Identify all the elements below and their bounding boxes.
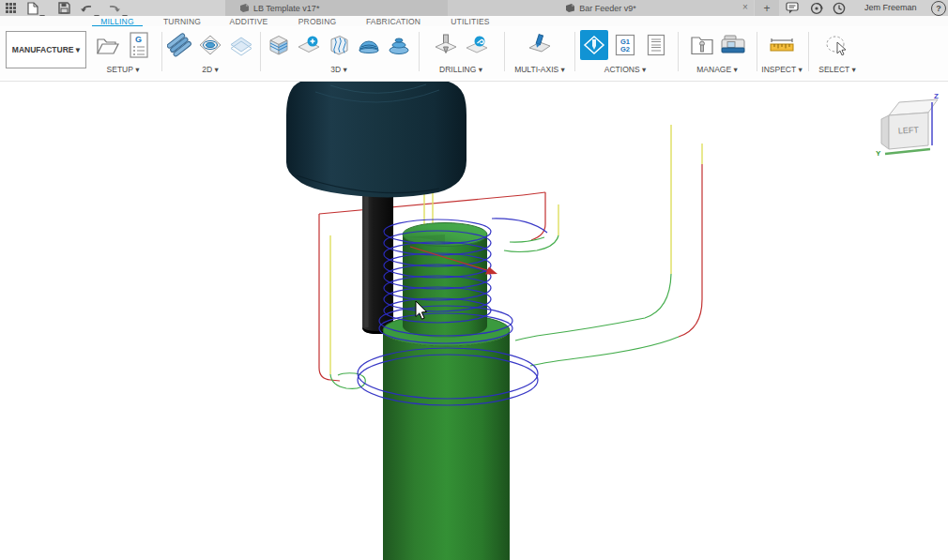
toolbar-group-inspect: INSPECT ▾ <box>759 26 804 79</box>
toolbar: MANUFACTURE ▾ G SETUP ▾ <box>0 26 948 80</box>
view-cube-side-face[interactable] <box>881 115 889 149</box>
view-cube-top-face[interactable] <box>889 99 938 115</box>
simulate-icon[interactable] <box>580 30 608 60</box>
tab-probing[interactable]: PROBING <box>293 16 342 26</box>
group-label-inspect[interactable]: INSPECT ▾ <box>759 65 804 74</box>
tool-holder[interactable] <box>286 82 466 197</box>
recent-clock-icon[interactable] <box>832 1 847 15</box>
tab-milling[interactable]: MILLING <box>92 16 143 26</box>
toolbar-group-2d: 2D ▾ <box>165 26 255 79</box>
redo-icon[interactable] <box>107 1 122 15</box>
group-label-actions[interactable]: ACTIONS ▾ <box>576 65 674 74</box>
z-axis-label: Z <box>934 92 939 100</box>
group-label-drilling[interactable]: DRILLING ▾ <box>424 65 497 74</box>
toolbar-group-manage: MANAGE ▾ <box>681 26 753 79</box>
group-label-select[interactable]: SELECT ▾ <box>813 65 862 74</box>
3d-adaptive-icon[interactable] <box>265 30 293 60</box>
save-icon[interactable] <box>56 1 71 15</box>
y-axis-line <box>885 149 930 154</box>
fusion360-manufacture-window: { "titlebar": { "tabs": [ {"label": "LB … <box>0 0 948 560</box>
job-status-icon[interactable] <box>809 1 824 15</box>
group-label-3d[interactable]: 3D ▾ <box>265 65 413 74</box>
y-axis-label: Y <box>876 149 881 158</box>
document-icon <box>565 3 575 13</box>
document-tab-label: LB Template v17* <box>253 4 319 13</box>
toolbar-group-drilling: DRILLING ▾ <box>424 26 497 79</box>
nc-g-letter: G <box>135 35 142 44</box>
2d-adaptive-icon[interactable] <box>165 30 193 60</box>
view-cube-face-label[interactable]: LEFT <box>898 125 920 135</box>
document-tab-label: Bar Feeder v9* <box>579 4 636 13</box>
user-menu[interactable]: Jem Freeman <box>864 3 917 12</box>
viewport-canvas[interactable]: LEFT Z Y <box>0 81 948 560</box>
milling-scene <box>0 82 948 560</box>
new-setup-icon[interactable] <box>94 30 122 60</box>
undo-icon[interactable] <box>79 1 94 15</box>
3d-pocket-icon[interactable] <box>295 30 323 60</box>
post-process-icon[interactable]: G1 G2 <box>611 30 639 60</box>
drill-icon[interactable] <box>432 30 460 60</box>
toolbar-group-multiaxis: MULTI-AXIS ▾ <box>509 26 571 79</box>
document-tab-bar-feeder[interactable]: Bar Feeder v9* × <box>448 0 754 16</box>
drill-wrench-icon[interactable] <box>463 30 491 60</box>
tool-library-icon[interactable] <box>688 30 716 60</box>
view-cube[interactable]: LEFT Z Y <box>869 87 948 166</box>
document-tab-lb-template[interactable]: LB Template v17* × <box>225 0 448 16</box>
help-icon[interactable]: ? <box>931 1 946 16</box>
comments-icon[interactable] <box>785 1 800 15</box>
group-label-manage[interactable]: MANAGE ▾ <box>681 65 753 74</box>
ribbon-tab-row: MILLING TURNING ADDITIVE PROBING FABRICA… <box>0 16 948 26</box>
document-icon <box>239 3 250 13</box>
3d-steep-shallow-icon[interactable] <box>325 30 353 60</box>
2d-contour-icon[interactable] <box>227 30 255 60</box>
file-icon[interactable] <box>25 1 40 15</box>
toolbar-group-select: SELECT ▾ <box>813 26 862 79</box>
measure-icon[interactable] <box>768 30 796 60</box>
tab-additive[interactable]: ADDITIVE <box>223 16 274 26</box>
tab-turning[interactable]: TURNING <box>156 16 208 26</box>
group-label-setup[interactable]: SETUP ▾ <box>92 65 154 74</box>
workspace-selector-button[interactable]: MANUFACTURE ▾ <box>6 31 86 68</box>
tool-shank[interactable] <box>362 181 393 334</box>
toolbar-group-3d: 3D ▾ <box>265 26 413 79</box>
group-label-multiaxis[interactable]: MULTI-AXIS ▾ <box>509 65 571 74</box>
nc-program-icon[interactable]: G <box>125 30 153 60</box>
multi-axis-icon[interactable] <box>526 30 554 60</box>
3d-spiral-icon[interactable] <box>385 30 413 60</box>
setup-sheet-icon[interactable] <box>642 30 670 60</box>
close-tab-icon[interactable]: × <box>742 2 748 13</box>
machine-library-icon[interactable] <box>719 30 747 60</box>
group-label-2d[interactable]: 2D ▾ <box>165 65 255 74</box>
toolbar-group-actions: G1 G2 ACTIONS ▾ <box>576 26 674 79</box>
toolbar-group-setup: G SETUP ▾ <box>92 26 154 79</box>
2d-pocket-icon[interactable] <box>196 30 224 60</box>
new-tab-button[interactable]: + <box>755 0 779 16</box>
titlebar: LB Template v17* × Bar Feeder v9* × + Je… <box>0 0 948 16</box>
select-icon[interactable] <box>823 30 851 60</box>
3d-scallop-icon[interactable] <box>355 30 383 60</box>
app-grid-icon[interactable] <box>3 1 18 15</box>
post-g2-text: G2 <box>620 45 630 53</box>
tab-fabrication[interactable]: FABRICATION <box>362 16 424 26</box>
tab-utilities[interactable]: UTILITIES <box>445 16 496 26</box>
